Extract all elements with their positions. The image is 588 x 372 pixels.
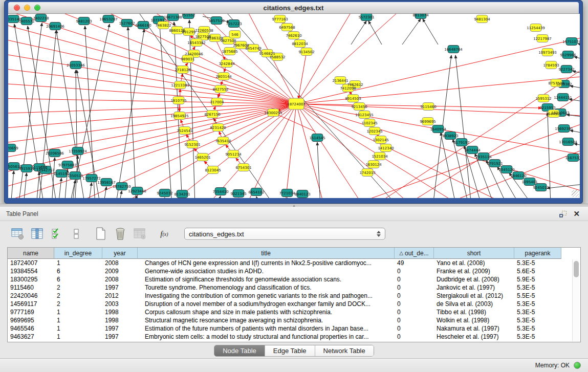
table-cell: 2008 <box>102 259 138 267</box>
close-panel-icon[interactable]: ✕ <box>573 210 580 217</box>
svg-text:1102345: 1102345 <box>361 121 377 125</box>
network-canvas[interactable]: 9035140140557274022182069140694812031065… <box>8 14 580 198</box>
table-cell: Changes of HCN gene expression and I(f) … <box>138 259 395 267</box>
table-cell: 2003 <box>102 300 138 308</box>
svg-text:23420046: 23420046 <box>185 52 203 56</box>
svg-text:5572301: 5572301 <box>358 15 374 19</box>
column-header-short[interactable]: short <box>434 248 514 259</box>
svg-text:17957272: 17957272 <box>82 177 101 181</box>
svg-text:1521034: 1521034 <box>372 155 388 159</box>
svg-text:2935114: 2935114 <box>475 155 492 159</box>
tab-node-table[interactable]: Node Table <box>214 345 265 356</box>
svg-text:1202345: 1202345 <box>366 129 382 134</box>
svg-text:7462610: 7462610 <box>286 34 301 38</box>
svg-text:1167533: 1167533 <box>565 156 580 160</box>
svg-text:6754301: 6754301 <box>235 166 251 170</box>
table-select-dropdown[interactable]: citations_edges.txt <box>184 228 385 240</box>
svg-text:8914503: 8914503 <box>345 97 361 101</box>
tab-network-table[interactable]: Network Table <box>315 345 374 356</box>
svg-text:16782759: 16782759 <box>113 185 131 189</box>
tab-edge-table[interactable]: Edge Table <box>265 345 315 356</box>
citation-network-graph[interactable]: 9035140140557274022182069140694812031065… <box>8 14 580 198</box>
column-header-out_de[interactable]: △out_de... <box>395 248 434 259</box>
table-row[interactable]: 1830029562008Estimation of significance … <box>8 275 580 283</box>
vertical-scrollbar[interactable] <box>572 259 579 341</box>
svg-text:16543382: 16543382 <box>187 41 206 45</box>
scrollbar-thumb[interactable] <box>574 261 579 277</box>
table-row[interactable]: 946362711997Embryonic stem cells: a mode… <box>8 333 580 341</box>
column-header-year[interactable]: year <box>102 248 138 259</box>
table-cell: 5.5E-5 <box>514 292 561 300</box>
column-header-in_degree[interactable]: in_degree <box>54 248 102 259</box>
table-select-value: citations_edges.txt <box>189 230 377 238</box>
svg-text:8454749: 8454749 <box>245 47 261 51</box>
svg-text:3215953: 3215953 <box>539 106 555 110</box>
function-builder-icon[interactable]: f(x) <box>157 227 172 240</box>
column-header-pagerank[interactable]: pagerank <box>514 248 561 259</box>
table-cell: Wolkin et al. (1998) <box>434 316 514 324</box>
svg-text:9245032: 9245032 <box>157 191 172 195</box>
svg-text:3242844: 3242844 <box>219 62 235 66</box>
dropdown-stepper-icon <box>377 231 381 237</box>
svg-text:7357223: 7357223 <box>226 22 242 26</box>
svg-text:9481203: 9481203 <box>76 19 92 24</box>
svg-text:1405572: 1405572 <box>18 19 34 24</box>
table-row[interactable]: 1938455462009Genome-wide association stu… <box>8 267 580 275</box>
svg-text:751552: 751552 <box>182 14 195 17</box>
table-settings-icon[interactable] <box>11 227 25 240</box>
table-cell: 9115460 <box>8 283 54 292</box>
svg-text:1857510: 1857510 <box>208 19 224 23</box>
table-cell: 1998 <box>102 308 138 316</box>
table-cell: Tourette syndrome. Phenomenology and cla… <box>138 283 395 292</box>
window-titlebar[interactable]: citations_edges.txt <box>8 2 579 14</box>
table-row[interactable]: 2242004622012Investigating the contribut… <box>8 292 580 300</box>
table-cell: 9463627 <box>8 333 54 341</box>
table-row[interactable]: 1872400712008Changes of HCN gene express… <box>8 259 580 267</box>
float-window-icon[interactable] <box>559 210 567 217</box>
table-header-row: namein_degreeyeartitle△out_de...shortpag… <box>8 248 580 259</box>
table-row[interactable]: 969969511998Structural magnetic resonanc… <box>8 316 580 324</box>
delete-icon[interactable] <box>114 227 127 240</box>
svg-text:21053346: 21053346 <box>67 63 85 68</box>
svg-text:1644901: 1644901 <box>546 112 561 116</box>
column-header-name[interactable]: name <box>8 248 54 259</box>
table-row[interactable]: 946554611997Estimation of the future num… <box>8 324 580 333</box>
table-cell: Hescheler et al. (1997) <box>434 333 514 341</box>
svg-text:12923446: 12923446 <box>128 189 146 193</box>
svg-text:12942757: 12942757 <box>36 168 55 172</box>
table-row[interactable]: 1456911722003Disruption of a novel membe… <box>8 300 580 308</box>
table-row[interactable]: 977716911998Corpus callosum shape and si… <box>8 308 580 316</box>
delete-table-disabled-icon <box>133 227 146 240</box>
svg-text:1588532: 1588532 <box>269 55 285 59</box>
table-cell: Estimation of the future numbers of pati… <box>138 324 395 333</box>
svg-text:7412098: 7412098 <box>340 86 356 91</box>
table-cell: 1 <box>54 259 102 267</box>
select-rows-icon[interactable] <box>50 227 63 240</box>
svg-text:1640954: 1640954 <box>430 127 446 132</box>
table-cell: Stergiakouli et al. (2012) <box>434 292 514 300</box>
svg-text:9051234: 9051234 <box>225 152 242 157</box>
svg-text:9115460: 9115460 <box>420 105 436 109</box>
table-row[interactable]: 911546021997Tourette syndrome. Phenomeno… <box>8 283 580 292</box>
svg-text:7463822: 7463822 <box>155 24 171 28</box>
table-cell: 5.3E-5 <box>514 324 561 333</box>
column-header-title[interactable]: title <box>138 248 395 259</box>
svg-text:7635410: 7635410 <box>215 139 231 143</box>
table-cell: Franke et al. (2009) <box>434 267 514 275</box>
svg-text:9227342: 9227342 <box>558 68 574 72</box>
table-cell: Jankovic et al. (1997) <box>434 283 514 292</box>
column-select-icon[interactable] <box>31 227 44 240</box>
svg-text:2620659: 2620659 <box>8 146 18 150</box>
svg-text:317004: 317004 <box>210 100 224 104</box>
svg-text:1810755: 1810755 <box>170 99 186 103</box>
svg-text:8938923: 8938923 <box>442 134 458 138</box>
clear-selection-icon[interactable] <box>70 227 83 240</box>
table-cell: 5.3E-5 <box>514 316 561 324</box>
table-cell: 5.3E-5 <box>514 259 561 267</box>
resize-grip[interactable] <box>572 190 579 197</box>
table-cell: Disruption of a novel member of a sodium… <box>138 300 395 308</box>
new-document-icon[interactable] <box>94 227 107 240</box>
svg-text:17359924: 17359924 <box>69 149 87 154</box>
svg-text:2136441: 2136441 <box>332 79 348 83</box>
svg-text:9827508: 9827508 <box>220 39 236 43</box>
